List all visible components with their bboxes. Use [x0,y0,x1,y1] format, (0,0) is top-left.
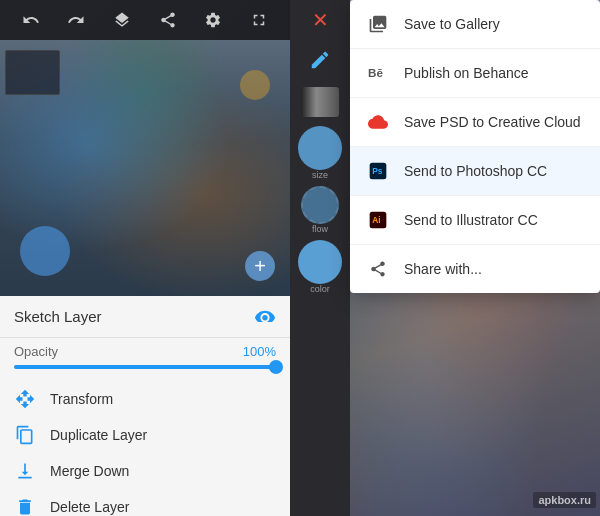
gallery-icon [366,12,390,36]
opacity-slider-track[interactable] [14,365,276,369]
artwork: + [0,40,290,296]
art-circle-1 [20,226,70,276]
save-psd-label: Save PSD to Creative Cloud [404,114,581,130]
creative-cloud-icon [366,110,390,134]
save-gallery-label: Save to Gallery [404,16,500,32]
flow-control: flow [301,186,339,234]
art-circle-2 [240,70,270,100]
duplicate-icon [14,425,36,445]
illustrator-icon: Ai [366,208,390,232]
send-illustrator-label: Send to Illustrator CC [404,212,538,228]
brush-panel: ✕ size flow color [290,0,350,516]
artwork-panel: + Sketch Layer Opacity 100% [0,0,290,516]
transform-action[interactable]: Transform [0,381,290,417]
size-circle[interactable] [298,126,342,170]
send-photoshop-item[interactable]: Ps Send to Photoshop CC [350,147,600,196]
delete-label: Delete Layer [50,499,129,515]
color-circle[interactable] [298,240,342,284]
send-photoshop-label: Send to Photoshop CC [404,163,547,179]
opacity-value: 100% [243,344,276,359]
share-button[interactable] [154,6,182,34]
behance-icon: Bē [366,61,390,85]
size-control: size [298,126,342,180]
visibility-toggle[interactable] [254,306,276,327]
flow-circle[interactable] [301,186,339,224]
duplicate-layer-action[interactable]: Duplicate Layer [0,417,290,453]
pencil-tool[interactable] [300,42,340,78]
send-illustrator-item[interactable]: Ai Send to Illustrator CC [350,196,600,245]
settings-button[interactable] [199,6,227,34]
color-label: color [310,284,330,294]
merge-icon [14,461,36,481]
merge-label: Merge Down [50,463,129,479]
share-with-icon [366,257,390,281]
photoshop-icon: Ps [366,159,390,183]
dropdown-menu: Save to Gallery Bē Publish on Behance Sa… [350,0,600,293]
opacity-row: Opacity 100% [0,338,290,363]
opacity-slider-thumb[interactable] [269,360,283,374]
opacity-slider-fill [14,365,276,369]
opacity-label: Opacity [14,344,58,359]
flow-label: flow [312,224,328,234]
svg-text:Bē: Bē [368,66,383,79]
layer-name: Sketch Layer [14,308,102,325]
size-label: size [312,170,328,180]
add-layer-button[interactable]: + [245,251,275,281]
layer-actions: Transform Duplicate Layer Merge Down [0,377,290,516]
publish-behance-label: Publish on Behance [404,65,529,81]
thumbnail [5,50,60,95]
merge-down-action[interactable]: Merge Down [0,453,290,489]
brush-preview-swatch [301,87,339,117]
save-gallery-item[interactable]: Save to Gallery [350,0,600,49]
color-control: color [298,240,342,294]
brush-preview-tool[interactable] [300,84,340,120]
toolbar [0,0,290,40]
publish-behance-item[interactable]: Bē Publish on Behance [350,49,600,98]
transform-label: Transform [50,391,113,407]
svg-text:Ps: Ps [372,166,383,176]
share-with-label: Share with... [404,261,482,277]
undo-button[interactable] [17,6,45,34]
layer-header: Sketch Layer [0,296,290,338]
watermark: apkbox.ru [533,492,596,508]
delete-icon [14,497,36,516]
close-button[interactable]: ✕ [312,8,329,32]
share-with-item[interactable]: Share with... [350,245,600,293]
artwork-background: + Sketch Layer Opacity 100% [0,0,290,516]
save-psd-item[interactable]: Save PSD to Creative Cloud [350,98,600,147]
transform-icon [14,389,36,409]
layer-panel: Sketch Layer Opacity 100% [0,296,290,516]
fullscreen-button[interactable] [245,6,273,34]
canvas-area[interactable]: + [0,40,290,296]
layers-button[interactable] [108,6,136,34]
svg-text:Ai: Ai [372,215,380,225]
redo-button[interactable] [62,6,90,34]
duplicate-label: Duplicate Layer [50,427,147,443]
delete-layer-action[interactable]: Delete Layer [0,489,290,516]
opacity-slider-container [0,363,290,377]
